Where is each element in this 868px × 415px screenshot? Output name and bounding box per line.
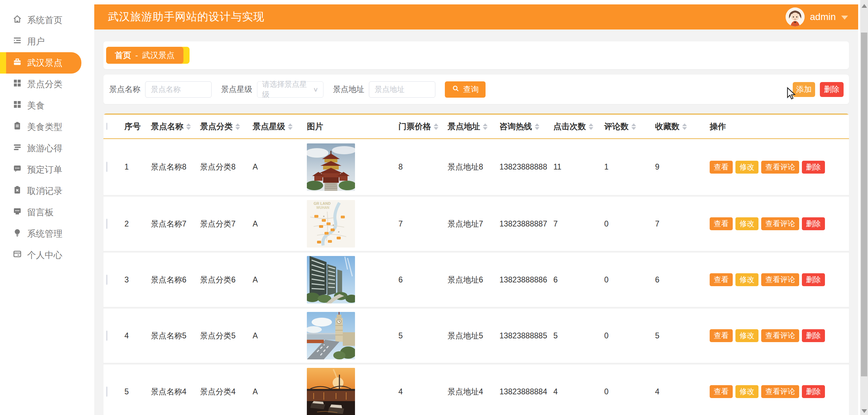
sidebar-item-wuhan-scenic[interactable]: 武汉景点: [0, 52, 81, 74]
row-checkbox[interactable]: [106, 331, 107, 341]
cell-price: 6: [398, 275, 448, 284]
top-header: 武汉旅游助手网站的设计与实现 admin: [94, 4, 858, 29]
sidebar-item-food[interactable]: 美食: [0, 95, 84, 116]
row-checkbox[interactable]: [106, 219, 107, 229]
breadcrumb: 首页 - 武汉景点: [106, 47, 183, 64]
column-header-image: 图片: [307, 121, 398, 132]
breadcrumb-home[interactable]: 首页: [115, 50, 131, 61]
edit-button[interactable]: 修改: [735, 273, 758, 286]
cell-price: 4: [398, 387, 448, 396]
cell-address: 景点地址6: [448, 275, 499, 285]
sort-control[interactable]: [535, 123, 539, 130]
column-header-actions: 操作: [710, 121, 849, 132]
sort-control[interactable]: [235, 123, 240, 130]
view-comments-button[interactable]: 查看评论: [761, 273, 799, 286]
sidebar: 系统首页 用户 武汉景点 景点分类 美食 美食类型 旅游心得 预定订单 取消记录…: [0, 0, 84, 415]
cell-index: 3: [124, 275, 151, 284]
sidebar-item-label: 用户: [27, 36, 45, 47]
cell-price: 7: [398, 219, 448, 229]
view-comments-button[interactable]: 查看评论: [761, 161, 799, 174]
sidebar-item-label: 系统管理: [27, 228, 62, 240]
sort-control[interactable]: [186, 123, 191, 130]
scenic-star-label: 景点星级: [221, 84, 252, 95]
cell-name: 景点名称6: [151, 275, 200, 285]
column-header-star: 景点星级: [253, 121, 307, 132]
row-delete-button[interactable]: 删除: [802, 161, 825, 174]
add-button[interactable]: 添加: [793, 82, 815, 97]
view-button[interactable]: 查看: [710, 217, 733, 230]
filter-toolbar: 景点名称 景点星级 请选择景点星级 ∨ 景点地址 查询 添加 删除: [103, 75, 849, 104]
row-delete-button[interactable]: 删除: [802, 273, 825, 286]
table-row: 2 景点名称7 景点分类7 A GR LAND WUHAN: [103, 195, 849, 251]
cell-category: 景点分类8: [200, 162, 253, 172]
sort-control[interactable]: [682, 123, 687, 130]
view-button[interactable]: 查看: [710, 385, 733, 398]
delete-button[interactable]: 删除: [820, 82, 844, 97]
view-button[interactable]: 查看: [710, 161, 733, 174]
row-delete-button[interactable]: 删除: [802, 329, 825, 342]
view-button[interactable]: 查看: [710, 273, 733, 286]
vertical-scrollbar[interactable]: [860, 0, 868, 415]
cell-name: 景点名称7: [151, 219, 200, 229]
cell-hotline: 13823888887: [499, 219, 553, 229]
sidebar-item-label: 武汉景点: [27, 57, 62, 69]
sidebar-item-label: 个人中心: [27, 249, 62, 261]
row-checkbox[interactable]: [106, 162, 107, 172]
column-header-name: 景点名称: [151, 121, 200, 132]
search-button[interactable]: 查询: [445, 81, 486, 98]
sidebar-item-message-board[interactable]: 留言板: [0, 202, 84, 223]
sidebar-item-booking-orders[interactable]: 预定订单: [0, 159, 84, 180]
scroll-up-icon[interactable]: [862, 4, 867, 8]
scenic-name-label: 景点名称: [109, 84, 140, 95]
sidebar-item-system-management[interactable]: 系统管理: [0, 223, 84, 244]
cell-star: A: [253, 387, 307, 396]
row-delete-button[interactable]: 删除: [802, 217, 825, 230]
edit-button[interactable]: 修改: [735, 217, 758, 230]
edit-button[interactable]: 修改: [735, 385, 758, 398]
row-checkbox[interactable]: [106, 387, 107, 397]
sidebar-item-travel-notes[interactable]: 旅游心得: [0, 138, 84, 159]
user-menu[interactable]: admin: [786, 7, 848, 26]
content-area: 武汉旅游助手网站的设计与实现 admin: [94, 4, 858, 415]
chevron-down-icon: ∨: [313, 86, 318, 93]
sidebar-item-label: 系统首页: [27, 14, 62, 26]
scenic-image-clock-tower-street: [307, 312, 355, 359]
avatar[interactable]: [786, 7, 805, 26]
scenic-image-sunset-bridge: [307, 368, 355, 415]
row-checkbox[interactable]: [106, 275, 107, 285]
scenic-star-select[interactable]: 请选择景点星级 ∨: [257, 81, 323, 98]
sort-control[interactable]: [631, 123, 636, 130]
sidebar-item-cancel-records[interactable]: 取消记录: [0, 180, 84, 202]
grid-icon: [12, 78, 22, 91]
cell-address: 景点地址8: [448, 162, 499, 172]
cell-favorites: 9: [655, 162, 710, 172]
cell-hotline: 13823888886: [499, 275, 553, 284]
column-header-clicks: 点击次数: [553, 121, 604, 132]
column-header-index: 序号: [124, 121, 151, 132]
scroll-down-icon[interactable]: [862, 409, 867, 413]
sidebar-item-food-type[interactable]: 美食类型: [0, 116, 84, 138]
row-delete-button[interactable]: 删除: [802, 385, 825, 398]
table-row: 5 景点名称4 景点分类4 A: [103, 363, 849, 415]
scenic-address-input[interactable]: [369, 81, 435, 98]
select-all-checkbox[interactable]: [106, 123, 107, 130]
sort-control[interactable]: [288, 123, 293, 130]
sidebar-item-personal-center[interactable]: 个人中心: [0, 244, 84, 266]
sidebar-item-users[interactable]: 用户: [0, 31, 84, 52]
scenic-name-input[interactable]: [145, 81, 212, 98]
sort-control[interactable]: [589, 123, 593, 130]
column-header-category: 景点分类: [200, 121, 253, 132]
view-comments-button[interactable]: 查看评论: [761, 385, 799, 398]
sort-control[interactable]: [434, 123, 438, 130]
scrollbar-thumb[interactable]: [861, 33, 867, 376]
edit-button[interactable]: 修改: [735, 329, 758, 342]
sidebar-item-scenic-category[interactable]: 景点分类: [0, 74, 84, 95]
sidebar-item-home[interactable]: 系统首页: [0, 9, 84, 31]
sort-control[interactable]: [483, 123, 488, 130]
cell-category: 景点分类7: [200, 219, 253, 229]
view-comments-button[interactable]: 查看评论: [761, 217, 799, 230]
view-button[interactable]: 查看: [710, 329, 733, 342]
cell-index: 2: [124, 219, 151, 229]
edit-button[interactable]: 修改: [735, 161, 758, 174]
view-comments-button[interactable]: 查看评论: [761, 329, 799, 342]
